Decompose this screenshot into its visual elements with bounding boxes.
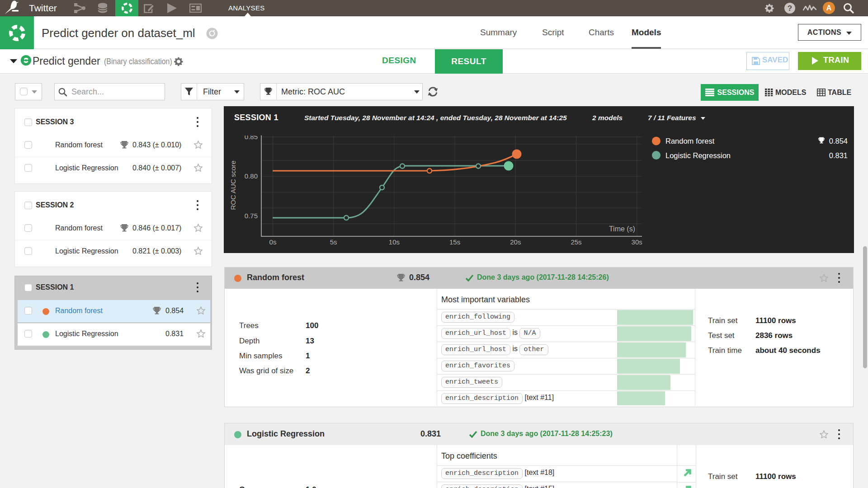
svg-text:?: ? <box>788 4 792 13</box>
svg-text:25s: 25s <box>571 238 581 246</box>
svg-text:15s: 15s <box>449 238 460 246</box>
svg-text:ROC AUC score: ROC AUC score <box>229 160 237 210</box>
svg-text:Random forest: Random forest <box>665 137 715 145</box>
svg-text:0s: 0s <box>269 238 277 246</box>
svg-text:5s: 5s <box>330 238 337 246</box>
svg-text:0.831: 0.831 <box>829 151 848 160</box>
svg-text:0.854: 0.854 <box>829 137 848 145</box>
svg-text:30s: 30s <box>632 238 642 246</box>
svg-text:0.80: 0.80 <box>245 172 258 180</box>
svg-text:0.75: 0.75 <box>245 212 258 220</box>
svg-text:20s: 20s <box>510 238 521 246</box>
svg-text:Logistic Regression: Logistic Regression <box>665 151 731 160</box>
svg-text:Time (s): Time (s) <box>609 225 635 233</box>
svg-text:10s: 10s <box>389 238 400 246</box>
